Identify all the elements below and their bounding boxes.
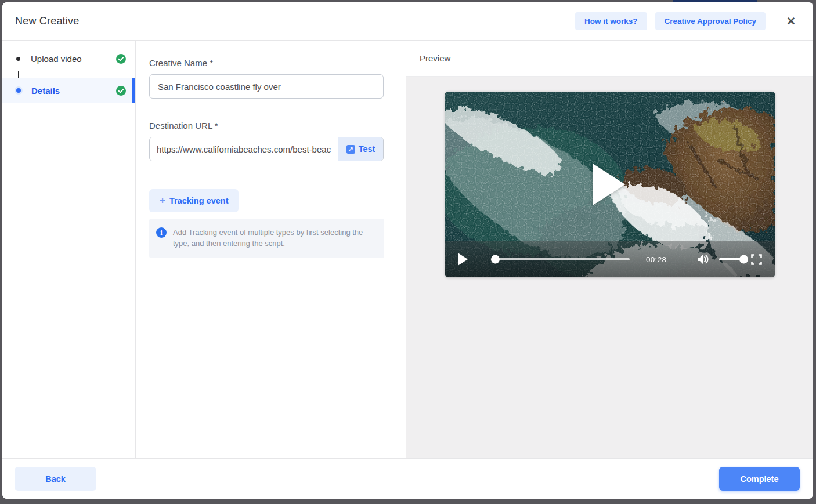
back-button[interactable]: Back xyxy=(15,467,96,491)
how-it-works-button[interactable]: How it works? xyxy=(575,12,647,30)
destination-url-label: Destination URL * xyxy=(149,121,389,130)
creative-approval-policy-button[interactable]: Creative Approval Policy xyxy=(655,12,766,30)
creative-name-label: Creative Name * xyxy=(149,58,389,68)
play-overlay-icon[interactable] xyxy=(593,164,625,205)
video-player[interactable]: 00:28 xyxy=(445,92,775,277)
tracking-info-text: Add Tracking event of multiple types by … xyxy=(173,227,369,249)
step-bullet-icon xyxy=(16,88,21,93)
video-controls-bar: 00:28 xyxy=(445,241,775,277)
creative-name-input[interactable] xyxy=(149,74,384,99)
external-link-icon: ↗ xyxy=(346,145,355,154)
test-url-button[interactable]: ↗ Test xyxy=(338,137,383,161)
header-actions: How it works? Creative Approval Policy ✕ xyxy=(575,12,800,30)
step-complete-check-icon xyxy=(116,54,126,64)
step-sidebar: Upload video Details xyxy=(2,41,136,458)
progress-bar[interactable] xyxy=(492,258,630,260)
volume-slider[interactable] xyxy=(719,258,746,260)
fullscreen-icon[interactable] xyxy=(751,254,762,265)
test-button-label: Test xyxy=(359,144,375,154)
destination-url-input[interactable] xyxy=(150,137,338,161)
modal-footer: Back Complete xyxy=(2,458,813,499)
step-upload-video[interactable]: Upload video xyxy=(2,46,135,71)
add-tracking-event-button[interactable]: + Tracking event xyxy=(149,189,239,212)
new-creative-modal: New Creative How it works? Creative Appr… xyxy=(2,2,813,499)
step-label: Details xyxy=(31,86,60,96)
step-label: Upload video xyxy=(31,54,82,64)
progress-thumb[interactable] xyxy=(491,255,500,264)
close-icon[interactable]: ✕ xyxy=(786,16,796,27)
tracking-event-label: Tracking event xyxy=(169,196,229,205)
play-button-icon[interactable] xyxy=(458,253,468,266)
modal-body: Upload video Details Creative Name * Des… xyxy=(2,41,813,458)
step-complete-check-icon xyxy=(116,86,126,96)
tracking-info-box: i Add Tracking event of multiple types b… xyxy=(149,219,384,258)
step-bullet-icon xyxy=(16,57,20,61)
destination-url-group: ↗ Test xyxy=(149,137,384,161)
step-details[interactable]: Details xyxy=(2,78,135,103)
volume-icon[interactable] xyxy=(696,253,710,265)
plus-icon: + xyxy=(160,195,165,206)
preview-header: Preview xyxy=(406,41,813,77)
volume-thumb[interactable] xyxy=(739,255,748,264)
preview-title: Preview xyxy=(420,53,450,63)
complete-button[interactable]: Complete xyxy=(719,467,800,491)
preview-panel: Preview xyxy=(406,41,813,458)
info-icon: i xyxy=(156,227,167,238)
modal-header: New Creative How it works? Creative Appr… xyxy=(2,2,813,41)
details-form: Creative Name * Destination URL * ↗ Test… xyxy=(136,41,406,458)
page-title: New Creative xyxy=(15,15,79,27)
time-display: 00:28 xyxy=(646,255,666,264)
